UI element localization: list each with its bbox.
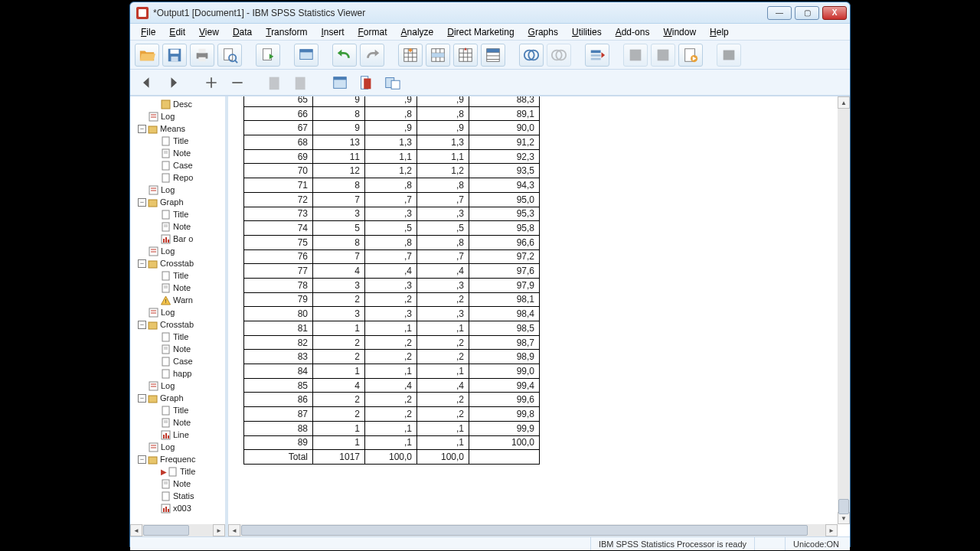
tree-item[interactable]: Note	[132, 416, 225, 429]
tree-item[interactable]: −Crosstab	[132, 257, 225, 269]
tree-item-label: Repo	[173, 173, 193, 182]
collapse-button[interactable]	[291, 73, 312, 93]
tree-item[interactable]: Note	[132, 343, 225, 355]
outline-hscrollbar[interactable]: ◄ ►	[130, 524, 225, 536]
svg-rect-4	[198, 48, 205, 53]
tree-item[interactable]: Desc	[132, 98, 225, 110]
tree-twist-icon[interactable]: −	[138, 394, 146, 403]
designate-window-button[interactable]	[717, 44, 741, 67]
scroll-right-button[interactable]: ►	[825, 524, 838, 536]
close-button[interactable]: X	[822, 6, 847, 20]
menu-utilities[interactable]: Utilities	[566, 25, 608, 39]
tree-item[interactable]: happ	[132, 367, 225, 380]
print-button[interactable]	[190, 44, 214, 67]
tree-twist-icon[interactable]: −	[138, 259, 146, 268]
minimize-button[interactable]: —	[767, 6, 792, 20]
tree-item[interactable]: ▶Title	[132, 465, 225, 478]
menu-window[interactable]: Window	[657, 25, 702, 39]
open-button[interactable]	[135, 44, 159, 67]
promote-button[interactable]	[201, 73, 222, 93]
back-button[interactable]	[136, 73, 158, 93]
recall-dialog-button[interactable]	[294, 44, 318, 67]
menu-file[interactable]: File	[135, 25, 162, 39]
tree-item[interactable]: Log	[132, 184, 225, 196]
tree-item[interactable]: Note	[132, 220, 225, 233]
redo-button[interactable]	[360, 44, 384, 67]
select-button[interactable]	[519, 44, 544, 67]
insert-text-button[interactable]	[651, 44, 675, 67]
tree-item[interactable]: Statis	[132, 490, 225, 502]
run-script-button[interactable]	[678, 44, 703, 67]
tree-item[interactable]: Bar o	[132, 233, 225, 245]
menu-edit[interactable]: Edit	[163, 25, 191, 39]
tree-item[interactable]: −Frequenc	[132, 453, 225, 465]
tree-item[interactable]: Title	[132, 208, 225, 220]
tree-item[interactable]: x003	[132, 502, 225, 514]
expand-button[interactable]	[265, 73, 286, 93]
tree-twist-icon[interactable]: −	[138, 125, 146, 133]
hide-button[interactable]	[355, 73, 377, 93]
scroll-right-button[interactable]: ►	[213, 524, 225, 536]
tree-item[interactable]: Log	[132, 306, 225, 318]
output-vscrollbar[interactable]: ▲ ▼	[838, 96, 850, 524]
tree-item[interactable]: Log	[132, 380, 225, 392]
tree-folder-icon	[148, 259, 158, 269]
scroll-left-button[interactable]: ◄	[130, 524, 142, 536]
save-button[interactable]	[162, 44, 187, 67]
menu-format[interactable]: Format	[352, 25, 394, 39]
insert-title-button[interactable]	[623, 44, 648, 67]
tree-item[interactable]: −Means	[132, 122, 225, 135]
show-button[interactable]	[329, 73, 351, 93]
menu-insert[interactable]: Insert	[315, 25, 350, 39]
tree-item[interactable]: Title	[132, 331, 225, 343]
variables-button[interactable]	[481, 44, 505, 67]
scroll-up-button[interactable]: ▲	[838, 96, 850, 109]
undo-button[interactable]	[332, 44, 357, 67]
tree-item[interactable]: Line	[132, 429, 225, 441]
print-preview-button[interactable]	[217, 44, 242, 67]
tree-item[interactable]: Note	[132, 282, 225, 294]
tree-item[interactable]: Note	[132, 478, 225, 490]
menu-help[interactable]: Help	[704, 25, 735, 39]
maximize-button[interactable]: ▢	[795, 6, 819, 20]
tree-item[interactable]: Title	[132, 404, 225, 416]
tree-item[interactable]: Note	[132, 147, 225, 159]
goto-data-button[interactable]	[398, 44, 423, 67]
tree-item[interactable]: Title	[132, 269, 225, 282]
tree-twist-icon[interactable]: −	[138, 198, 146, 207]
outline-pane[interactable]: DescLog−MeansTitleNoteCaseRepoLog−GraphT…	[130, 96, 228, 536]
tree-item[interactable]: −Crosstab	[132, 318, 225, 331]
goto-case-button[interactable]	[426, 44, 450, 67]
tree-item[interactable]: Case	[132, 355, 225, 367]
cell-value: 100,0	[469, 437, 539, 448]
tree-item[interactable]: −Graph	[132, 196, 225, 208]
tree-twist-icon[interactable]: −	[138, 321, 146, 329]
tree-item[interactable]: Case	[132, 159, 225, 171]
output-hscrollbar[interactable]: ◄ ►	[228, 524, 838, 536]
tree-item[interactable]: Log	[132, 110, 225, 122]
tree-item[interactable]: −Graph	[132, 392, 225, 404]
forward-button[interactable]	[162, 73, 184, 93]
insert-button[interactable]	[381, 73, 403, 93]
menu-analyze[interactable]: Analyze	[395, 25, 440, 39]
scroll-left-button[interactable]: ◄	[228, 524, 240, 536]
menu-direct-marketing[interactable]: Direct Marketing	[441, 25, 520, 39]
title-bar[interactable]: *Output1 [Document1] - IBM SPSS Statisti…	[130, 2, 850, 24]
tree-item[interactable]: Log	[132, 245, 225, 257]
select-last-button[interactable]	[547, 44, 571, 67]
export-button[interactable]	[256, 44, 280, 67]
menu-data[interactable]: Data	[227, 25, 258, 39]
tree-twist-icon[interactable]: −	[138, 455, 146, 464]
tree-item[interactable]: Log	[132, 441, 225, 453]
tree-item[interactable]: !Warn	[132, 294, 225, 306]
demote-button[interactable]	[227, 73, 248, 93]
menu-transform[interactable]: Transform	[260, 25, 313, 39]
output-pane[interactable]: 659,9,988,3668,8,889,1679,9,990,068131,3…	[228, 96, 850, 536]
insert-heading-button[interactable]	[585, 44, 609, 67]
menu-graphs[interactable]: Graphs	[522, 25, 564, 39]
goto-variable-button[interactable]	[453, 44, 478, 67]
tree-item[interactable]: Title	[132, 135, 225, 147]
menu-view[interactable]: View	[193, 25, 225, 39]
menu-add-ons[interactable]: Add-ons	[609, 25, 656, 39]
tree-item[interactable]: Repo	[132, 171, 225, 184]
